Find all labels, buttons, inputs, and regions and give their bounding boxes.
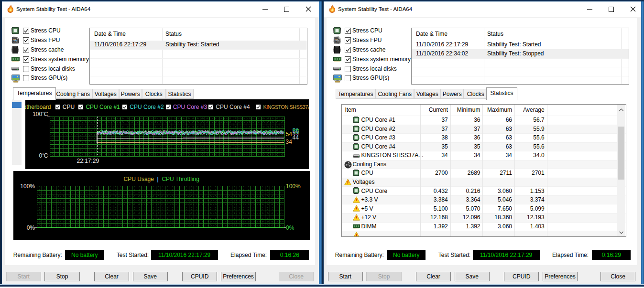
svg-text:%: % <box>335 37 339 43</box>
svg-text:%: % <box>13 37 17 43</box>
